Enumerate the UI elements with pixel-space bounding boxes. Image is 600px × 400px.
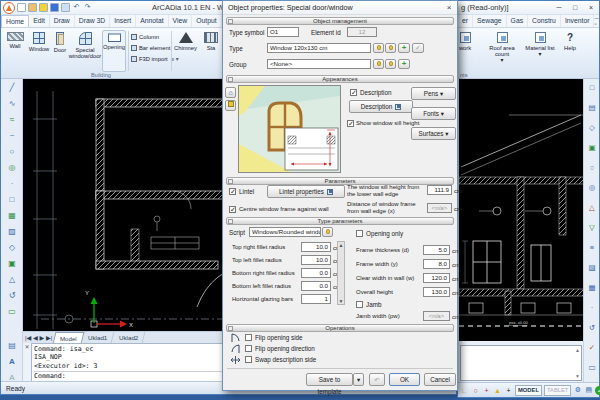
ortho-icon[interactable]: ∟ <box>460 387 469 394</box>
sill-height-input[interactable]: 111.9 <box>427 185 452 195</box>
scroll-up-icon[interactable]: ▲ <box>575 347 580 353</box>
minimize-icon[interactable]: ─ <box>551 2 567 14</box>
view-2d-icon[interactable] <box>225 100 236 111</box>
chimney-button[interactable]: Chimney <box>173 30 198 72</box>
tool-icon[interactable]: □ <box>584 83 600 92</box>
maximize-icon[interactable]: □ <box>567 2 583 14</box>
collapse-icon[interactable] <box>228 326 233 331</box>
save-to-template-button[interactable]: Save to template <box>306 373 353 386</box>
clipboard-icon[interactable]: ▤ <box>1 341 23 350</box>
collapse-icon[interactable] <box>228 179 233 184</box>
tab-home[interactable]: Home <box>1 15 29 27</box>
type-library-button[interactable] <box>385 43 396 53</box>
fonts-button[interactable]: Fonts ▾ <box>411 107 456 120</box>
swap-description-side-checkbox[interactable] <box>245 356 252 363</box>
opening-button[interactable]: Opening <box>102 30 126 72</box>
flip-opening-side-checkbox[interactable] <box>245 334 252 341</box>
sheet-nav-buttons[interactable]: |◀ ◀ ▶ ▶| <box>23 334 54 341</box>
help-button[interactable]: ? Help <box>558 30 582 72</box>
special-window-door-button[interactable]: Special window/door <box>69 30 101 72</box>
lintel-properties-button[interactable]: Lintel properties <box>267 185 345 198</box>
save-icon[interactable] <box>50 3 59 12</box>
spline-tool-icon[interactable]: ∿ <box>1 99 23 108</box>
tab-sewage[interactable]: Sewage <box>473 15 507 27</box>
window-button[interactable]: Window <box>27 30 51 72</box>
scroll-up-icon[interactable]: ▲ <box>338 242 344 248</box>
tool-icon[interactable]: ◎ <box>584 183 600 192</box>
region-tool-icon[interactable]: ▣ <box>1 259 23 268</box>
polyline-tool-icon[interactable]: ≈ <box>1 115 23 124</box>
tab-uklad2[interactable]: Uklad2 <box>112 332 145 343</box>
frame-thickness-input[interactable]: 5.0 <box>423 245 450 255</box>
new-file-icon[interactable] <box>17 3 26 12</box>
tab-gas[interactable]: Gas <box>507 15 528 27</box>
tool-icon[interactable]: ▦ <box>584 283 600 292</box>
draft-icon[interactable]: ▲ <box>493 387 502 394</box>
group-add-button[interactable]: + <box>398 59 410 69</box>
centre-frame-checkbox[interactable] <box>229 206 236 213</box>
tablet-toggle[interactable]: TABLET <box>544 385 571 396</box>
lintel-checkbox[interactable] <box>229 188 236 195</box>
point-tool-icon[interactable]: · <box>1 179 23 188</box>
tool-icon[interactable]: ✓ <box>584 343 600 352</box>
group-input[interactable]: <None> <box>267 59 371 69</box>
view-3d-icon[interactable]: ⌂ <box>225 87 236 98</box>
section-type-parameters[interactable]: Type parameters <box>226 217 454 225</box>
section-appearances[interactable]: Appearances <box>226 75 454 83</box>
section-operations[interactable]: Operations <box>226 324 454 332</box>
app-logo-icon[interactable] <box>3 2 15 14</box>
hatch-tool-icon[interactable]: ▨ <box>1 227 23 236</box>
snap-icon[interactable]: + <box>482 387 491 394</box>
right-command-box[interactable]: ▲ ▼ <box>460 345 582 381</box>
scroll-down-icon[interactable]: ▼ <box>575 373 580 379</box>
collapse-icon[interactable] <box>228 77 233 82</box>
tab-view[interactable]: View <box>169 15 193 27</box>
param-list-scrollbar[interactable]: ▲▼ <box>337 241 345 305</box>
group-library-button[interactable] <box>385 59 396 69</box>
tab-uklad1[interactable]: Uklad1 <box>82 332 115 343</box>
tool-icon[interactable]: ▤ <box>584 103 600 112</box>
flip-opening-direction-checkbox[interactable] <box>245 345 252 352</box>
tool-icon[interactable]: ○ <box>584 163 600 172</box>
tool-icon[interactable]: ▭ <box>584 363 600 372</box>
jamb-checkbox[interactable] <box>356 301 363 308</box>
tab-insert[interactable]: Insert <box>110 15 136 27</box>
script-picker-button[interactable] <box>322 227 333 237</box>
show-sill-checkbox[interactable] <box>347 120 354 127</box>
tab-edit[interactable]: Edit <box>29 15 50 27</box>
tool-icon[interactable]: · <box>584 303 600 312</box>
group-picker-button[interactable] <box>373 59 384 69</box>
text-tool-icon[interactable]: A <box>1 357 23 366</box>
tab-draw3d[interactable]: Draw 3D <box>75 15 110 27</box>
frame-width-input[interactable]: 8.0 <box>423 259 450 269</box>
line-tool-icon[interactable]: ╱ <box>1 83 23 92</box>
param-row-input[interactable]: 10.0 <box>301 242 331 252</box>
tab-construction[interactable]: Constru <box>528 15 561 27</box>
document-window-buttons[interactable]: ─ ▫ × <box>594 15 600 27</box>
clear-width-input[interactable]: 120.0 <box>423 273 450 283</box>
column-button[interactable]: Column <box>131 32 159 42</box>
type-add-button[interactable]: + <box>398 43 410 53</box>
open-icon[interactable] <box>28 3 37 12</box>
bar-element-button[interactable]: Bar element <box>131 43 170 53</box>
material-list-button[interactable]: Material list ▾ <box>522 30 558 72</box>
param-row-input[interactable]: 0.0 <box>301 281 331 291</box>
tool-icon[interactable]: ▽ <box>584 223 600 232</box>
tool-icon[interactable]: ▣ <box>584 143 600 152</box>
preview-3d[interactable] <box>238 85 341 173</box>
roof-area-count-button[interactable]: Roof area count ▾ <box>482 30 522 72</box>
script-input[interactable]: Windows/Rounded window <box>249 227 321 237</box>
param-row-input[interactable]: 10.0 <box>301 255 331 265</box>
pens-button[interactable]: Pens ▾ <box>411 87 456 100</box>
description-checkbox[interactable] <box>350 89 357 96</box>
redo-icon[interactable]: ↷ <box>83 3 92 12</box>
tab-model[interactable]: Model <box>53 332 85 344</box>
grid-tool-icon[interactable]: ▦ <box>1 211 23 220</box>
section-object-management[interactable]: Object management <box>226 17 454 25</box>
polygon-tool-icon[interactable]: ◇ <box>1 243 23 252</box>
collapse-icon[interactable] <box>228 219 233 224</box>
type-picker-button[interactable] <box>373 43 384 53</box>
overall-height-input[interactable]: 130.0 <box>423 287 450 297</box>
revision-tool-icon[interactable]: ↺ <box>1 291 23 300</box>
type-symbol-input[interactable]: O1 <box>267 27 299 37</box>
